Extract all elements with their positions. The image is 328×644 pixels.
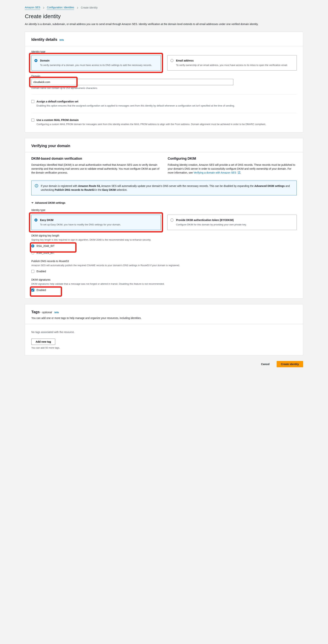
breadcrumb: Amazon SES Configuration: Identities Cre… (25, 6, 303, 10)
tile-title: Domain (40, 59, 157, 62)
radio-icon (35, 59, 38, 62)
caret-down-icon (31, 202, 34, 204)
dkim-signatures-help: DKIM signatures help validate that a mes… (31, 282, 297, 286)
info-link[interactable]: Info (60, 38, 64, 41)
tile-desc: To verify ownership of a domain, you mus… (40, 63, 157, 67)
breadcrumb-configuration[interactable]: Configuration: Identities (47, 6, 74, 10)
radio-icon[interactable] (31, 251, 34, 254)
key-length-help: Signing key length is bits required in s… (31, 238, 297, 242)
checkbox-icon[interactable] (31, 288, 34, 292)
identity-details-panel: Identity details Info Identity type Doma… (25, 32, 303, 132)
tile-title: Provide DKIM authentication token (BYODK… (176, 218, 293, 222)
chevron-right-icon (43, 7, 44, 9)
custom-mail-from-option[interactable]: Use a custom MAIL FROM domain Configurin… (31, 118, 297, 127)
checkbox-icon[interactable] (31, 118, 34, 122)
advanced-dkim-expander[interactable]: Advanced DKIM settings (31, 201, 297, 205)
dkim-verification-text: DomainKeys Identified Mail (DKIM) is an … (31, 163, 160, 175)
radio-label: RSA_1024_BIT (37, 251, 297, 255)
identity-type-label: Identity type (31, 50, 297, 54)
key-length-label: DKIM signing key length (31, 234, 297, 238)
domain-field-label: Domain (31, 74, 297, 78)
tile-desc: To set up Easy DKIM, you have to modify … (40, 223, 157, 226)
identity-type-domain-tile[interactable]: Domain To verify ownership of a domain, … (31, 55, 161, 70)
option-desc: Enabling this option ensures that the as… (37, 104, 297, 108)
tags-description: You can add one or more tags to help man… (31, 316, 297, 320)
tile-desc: To verify ownership of an email address,… (176, 63, 293, 67)
publish-route53-checkbox-row[interactable]: Enabled (31, 269, 297, 274)
tags-panel: Tags - optional Info You can add one or … (25, 304, 303, 356)
add-new-tag-button[interactable]: Add new tag (31, 338, 55, 345)
checkbox-label: Enabled (37, 270, 297, 274)
rsa-1024-option[interactable]: RSA_1024_BIT (31, 250, 297, 256)
tile-title: Easy DKIM (40, 218, 157, 222)
tile-desc: Configure DKIM for this domain by provid… (176, 223, 293, 226)
cancel-button[interactable]: Cancel (257, 361, 274, 367)
domain-input[interactable] (31, 79, 233, 85)
create-identity-button[interactable]: Create identity (277, 361, 303, 367)
page-title: Create identity (25, 12, 303, 20)
easy-dkim-tile[interactable]: Easy DKIM To set up Easy DKIM, you have … (31, 215, 161, 230)
publish-route53-label: Publish DNS records to Route53 (31, 259, 297, 263)
checkbox-label: Enabled (37, 288, 297, 292)
tags-empty-text: No tags associated with the resource. (31, 330, 297, 334)
option-desc: Configuring a custom MAIL FROM domain fo… (37, 122, 297, 126)
dkim-signatures-checkbox-row[interactable]: Enabled (31, 288, 297, 293)
identity-type-email-tile[interactable]: Email address To verify ownership of an … (167, 55, 297, 70)
tile-title: Email address (176, 59, 293, 62)
dkim-identity-type-label: Identity type (31, 208, 297, 212)
publish-route53-help: Amazon SES will automatically publish th… (31, 264, 297, 267)
radio-icon (170, 218, 173, 222)
identity-details-heading: Identity details (31, 38, 57, 42)
verify-domain-panel: Verifying your domain DKIM-based domain … (25, 138, 303, 298)
configuring-dkim-heading: Configuring DKIM (168, 156, 297, 161)
assign-config-set-option[interactable]: Assign a default configuration set Enabl… (31, 99, 297, 108)
radio-label: RSA_2048_BIT (37, 244, 297, 248)
tags-limit-text: You can add 50 more tags. (31, 346, 297, 350)
info-link[interactable]: Info (55, 311, 59, 314)
configuring-dkim-text: Following identity creation, Amazon SES … (168, 163, 297, 175)
radio-icon[interactable] (31, 244, 34, 248)
option-title: Use a custom MAIL FROM domain (37, 118, 297, 122)
info-icon: i (35, 184, 38, 188)
breadcrumb-current: Create identity (81, 6, 98, 10)
radio-icon (35, 218, 38, 222)
verifying-domain-link[interactable]: Verifying a domain with Amazon SES (193, 171, 236, 174)
verify-domain-heading: Verifying your domain (31, 144, 70, 148)
domain-help-text: Domain name can contain up to 253 alphan… (31, 86, 297, 90)
route53-info-alert: i If your domain is registered with Amaz… (31, 180, 297, 196)
page-description: An identity is a domain, subdomain, or e… (25, 22, 303, 26)
rsa-2048-option[interactable]: RSA_2048_BIT (31, 244, 297, 249)
tags-heading: Tags - optional (31, 310, 53, 314)
footer-actions: Cancel Create identity (25, 361, 303, 367)
dkim-verification-heading: DKIM-based domain verification (31, 156, 160, 161)
breadcrumb-root[interactable]: Amazon SES (25, 6, 40, 10)
checkbox-icon[interactable] (31, 100, 34, 103)
external-link-icon (238, 171, 240, 175)
option-title: Assign a default configuration set (37, 100, 297, 104)
checkbox-icon[interactable] (31, 270, 34, 273)
chevron-right-icon (77, 7, 78, 9)
byodkim-tile[interactable]: Provide DKIM authentication token (BYODK… (167, 215, 297, 230)
radio-icon (170, 59, 173, 62)
dkim-signatures-label: DKIM signatures (31, 278, 297, 282)
